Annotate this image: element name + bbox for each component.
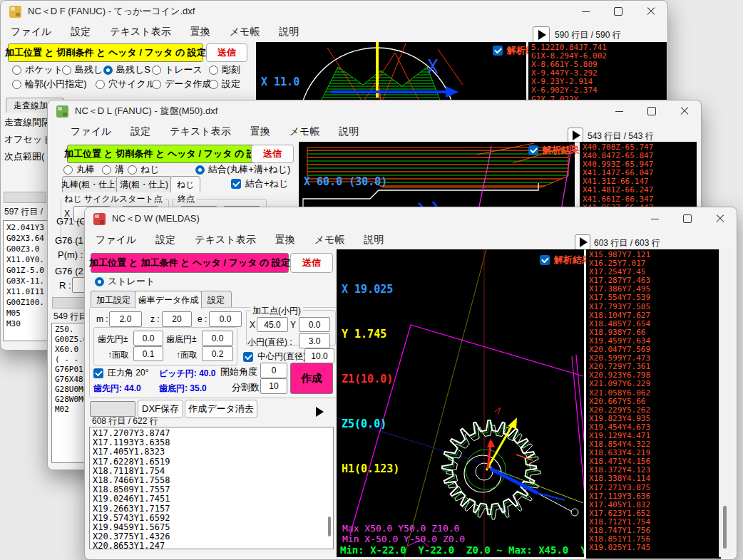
center-circle-checkbox[interactable]: 中心円(直径) [243,351,306,363]
tab-thread[interactable]: ねじ [170,176,200,192]
menu-file[interactable]: ファイル [11,26,51,38]
window-title-w2: NC＜D L (FANUC) - 旋盤(M50).dxf [75,105,217,118]
radio-island-s[interactable]: 島残しS [103,63,150,76]
start-angle-field[interactable]: 0 [260,363,287,378]
send-button-w2[interactable]: 送信 [251,145,294,163]
menu-file[interactable]: ファイル [96,234,136,247]
textarea-scrollbar-thumb[interactable] [328,517,331,536]
radio-data-create[interactable]: データ作成 [152,78,212,90]
menu-settings[interactable]: 設定 [155,234,175,247]
minimize-icon[interactable] [638,207,671,230]
overlay-y: Y 1.745 [342,327,399,342]
radio-combined[interactable]: 結合(丸棒+溝+ねじ) [195,163,290,176]
play-button-w3[interactable] [575,234,590,250]
radio-groove[interactable]: 溝 [102,163,124,176]
create-button[interactable]: 作成 [290,363,333,394]
center-circle-field[interactable]: 10.0 [304,348,334,363]
titlebar-w2: NC＜D L (FANUC) - 旋盤(M50).dxf [48,100,701,122]
empty-status-field [90,401,135,417]
thread-start-group-label: ねじ サイクルスタート点 [62,193,165,205]
radio-straight[interactable]: ストレート [95,275,155,288]
menu-notepad[interactable]: メモ帳 [230,26,260,38]
root-field[interactable]: 0.0 [202,331,233,346]
px-field[interactable]: 45.0 [257,317,288,332]
radio-engrave[interactable]: 彫刻 [209,63,240,76]
radio-round-bar[interactable]: 丸棒 [63,163,95,176]
label-r: R : [59,280,71,291]
menu-settings[interactable]: 設定 [71,26,91,38]
close-icon[interactable] [704,207,737,230]
maximize-icon[interactable] [602,1,635,22]
code-scrollbar-w3[interactable] [719,249,731,557]
close-icon[interactable] [635,1,667,22]
radio-pocket[interactable]: ポケット [12,63,63,76]
coordinates-textarea-w3[interactable]: X17.2707Y3.8747 X17.1193Y3.6358 X17.405Y… [89,427,334,549]
play-button-w3-bottom[interactable] [309,404,329,420]
tip-circle-info: 歯先円: 44.0 [93,383,141,395]
tab-config[interactable]: 設定 [200,291,232,308]
menu-replace[interactable]: 置換 [275,234,295,247]
menu-notepad[interactable]: メモ帳 [314,234,345,247]
menu-notepad[interactable]: メモ帳 [289,125,320,138]
window-ncd-w: NC＜D W (MELDAS) ファイル 設定 テキスト表示 置換 メモ帳 説明… [84,207,737,560]
menu-help[interactable]: 説明 [279,26,299,38]
menu-text-view[interactable]: テキスト表示 [110,26,170,38]
combine-thread-checkbox[interactable]: 結合+ねじ [231,177,288,190]
checkbox-checked-icon [93,368,103,378]
py-label: Y [290,320,296,330]
app-icon-w3 [93,213,106,225]
minimize-icon[interactable] [569,1,602,22]
minimize-icon[interactable] [603,100,635,122]
coordinate-overlay-w3: X 19.025 Y 1.745 Z1(10.0) Z5(0.0) H1(0.1… [342,252,399,507]
radio-hole-cycle[interactable]: 穴サイクル [96,78,155,90]
settings-header-button-w3[interactable]: 加工位置 と 加工条件 と ヘッタ / フッタ の 設定 [91,253,289,273]
menu-text-view[interactable]: テキスト表示 [195,234,255,247]
divisions-field[interactable]: 10 [260,378,287,394]
tab-machining-settings[interactable]: 加工設定 [91,291,136,308]
menu-help[interactable]: 説明 [339,125,359,138]
cad-viewport-w3[interactable]: X 19.025 Y 1.745 Z1(10.0) Z5(0.0) H1(0.1… [337,249,584,557]
settings-header-button-w2[interactable]: 加工位置 と 切削条件 と ヘッタ / フッタ の 設定 [67,145,262,163]
menu-help[interactable]: 説明 [364,234,384,247]
tab-round-bar[interactable]: 丸棒(粗・仕上) [62,176,118,192]
menu-file[interactable]: ファイル [71,125,111,138]
send-button-w1[interactable]: 送信 [206,43,247,62]
radio-config[interactable]: 設定 [209,78,240,90]
analysis-checkbox-w3[interactable]: 解析結果 [540,254,591,266]
chamfer1-field[interactable]: 0.1 [133,346,163,361]
menu-replace[interactable]: 置換 [250,125,270,138]
radio-contour[interactable]: 輪郭(小円指定) [12,78,87,90]
close-icon[interactable] [668,100,701,122]
menu-replace[interactable]: 置換 [190,26,210,38]
tip-field[interactable]: 0.0 [133,331,163,346]
chamfer2-field[interactable]: 0.2 [202,346,233,361]
radio-trace[interactable]: トレース [152,63,203,76]
menu-text-view[interactable]: テキスト表示 [170,125,230,138]
tab-groove[interactable]: 溝(粗・仕上) [116,176,172,192]
maximize-icon[interactable] [635,100,668,122]
maximize-icon[interactable] [671,207,704,230]
label-g76-1: G76 (1 [55,235,83,246]
menu-settings[interactable]: 設定 [130,125,150,138]
line-status-bottom-w3: 608 行目 / 622 行 [92,415,158,427]
py-field[interactable]: 0.0 [299,317,330,332]
play-button-w1[interactable] [533,26,550,43]
send-button-w3[interactable]: 送信 [290,253,333,273]
z-field[interactable]: 20 [162,311,192,327]
code-scrollbar-thumb-w3[interactable] [723,506,727,549]
tip-label: 歯先円± [98,333,128,346]
settings-header-button-w1[interactable]: 加工位置 と 切削条件 と ヘッタ / フッタ の 設定 [8,43,203,62]
small-circle-field[interactable]: 3.0 [299,333,330,348]
tab-gear-data[interactable]: 歯車データ作成 [135,291,202,308]
pressure-angle-checkbox[interactable]: 圧力角 20° [93,367,148,379]
z-label: z : [150,314,160,324]
play-button-w2[interactable] [568,128,583,143]
radio-island[interactable]: 島残し [62,63,103,76]
m-field[interactable]: 2.0 [109,311,142,327]
clear-data-button[interactable]: 作成データ消去 [185,400,257,418]
overlay-h1: H1(0.123) [342,462,399,477]
pitch-circle-info: ピッチ円: 40.0 [159,368,216,380]
e-field[interactable]: 0.0 [209,311,242,327]
radio-thread[interactable]: ねじ [128,163,160,176]
analysis-checkbox-w2[interactable]: 解析結果 [528,144,580,157]
